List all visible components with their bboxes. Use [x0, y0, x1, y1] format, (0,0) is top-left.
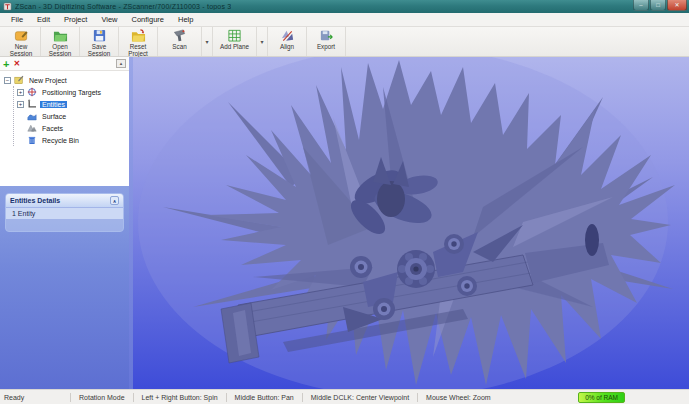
delete-item-button[interactable]: ✕: [13, 59, 20, 68]
maximize-button[interactable]: □: [650, 0, 666, 11]
tree-toolbar: + ✕ ▴: [0, 57, 129, 71]
reset-project-label: Reset Project: [120, 44, 156, 57]
minimize-button[interactable]: –: [633, 0, 649, 11]
scan-button[interactable]: Scan: [158, 27, 202, 56]
reset-project-button[interactable]: Reset Project: [119, 27, 158, 56]
memory-badge: 0% of RAM: [578, 392, 625, 403]
menu-bar: File Edit Project View Configure Help: [0, 13, 689, 27]
status-hint-center: Middle DCLK: Center Viewpoint: [303, 394, 417, 401]
entities-details-title: Entities Details: [10, 197, 60, 204]
pin-button[interactable]: ▴: [116, 59, 126, 68]
tree-item-facets[interactable]: Facets: [17, 122, 129, 134]
add-plane-button[interactable]: Add Plane: [213, 27, 257, 56]
status-ready: Ready: [4, 394, 70, 401]
export-button[interactable]: Export: [307, 27, 346, 56]
open-session-label: Open Session: [42, 44, 78, 57]
menu-item-configure[interactable]: Configure: [126, 14, 171, 25]
scan-label: Scan: [162, 44, 198, 51]
tree-children: + Positioning Targets + Entiti: [13, 86, 129, 146]
add-item-button[interactable]: +: [3, 59, 9, 69]
reset-project-icon: [131, 28, 146, 43]
status-bar: Ready Rotation Mode Left + Right Button:…: [0, 389, 689, 404]
details-area: Entities Details ∧ 1 Entity: [0, 186, 129, 389]
status-mode: Rotation Mode: [71, 394, 133, 401]
menu-item-edit[interactable]: Edit: [31, 14, 56, 25]
menu-item-view[interactable]: View: [95, 14, 123, 25]
surface-icon: [27, 111, 37, 121]
add-plane-label: Add Plane: [217, 44, 253, 51]
window-controls: – □ ✕: [633, 0, 687, 11]
entities-icon: [27, 99, 37, 109]
new-session-label: New Session: [3, 44, 39, 57]
new-session-button[interactable]: New Session: [2, 27, 41, 56]
project-tree: − New Project + Positioning Targe: [0, 71, 129, 186]
tree-label-positioning-targets[interactable]: Positioning Targets: [40, 89, 103, 96]
facets-icon: [27, 123, 37, 133]
application-window: ZScan - 3D Digitizing Software - ZScanne…: [0, 0, 689, 404]
expand-icon[interactable]: +: [17, 101, 24, 108]
entities-details-item[interactable]: 1 Entity: [6, 208, 123, 219]
open-session-button[interactable]: Open Session: [41, 27, 80, 56]
tree-label-surface[interactable]: Surface: [40, 113, 68, 120]
expand-icon[interactable]: +: [17, 89, 24, 96]
tree-label-facets[interactable]: Facets: [40, 125, 65, 132]
tree-root-new-project[interactable]: − New Project: [4, 74, 129, 86]
scanned-mesh: [133, 57, 689, 389]
tree-label-new-project[interactable]: New Project: [27, 77, 69, 84]
status-hint-zoom: Mouse Wheel: Zoom: [418, 394, 499, 401]
project-icon: [14, 75, 24, 85]
window-title: ZScan - 3D Digitizing Software - ZScanne…: [15, 3, 231, 10]
app-icon: [3, 2, 12, 11]
menu-item-project[interactable]: Project: [58, 14, 93, 25]
export-icon: [319, 28, 334, 43]
align-icon: [280, 28, 295, 43]
toolbar: New Session Open Session Save Session: [0, 27, 689, 57]
scan-dropdown-arrow[interactable]: ▾: [202, 27, 213, 56]
title-bar: ZScan - 3D Digitizing Software - ZScanne…: [0, 0, 689, 13]
main-area: + ✕ ▴ − New Project +: [0, 57, 689, 389]
tree-label-entities[interactable]: Entities: [40, 101, 67, 108]
add-plane-icon: [227, 28, 242, 43]
status-hint-pan: Middle Button: Pan: [227, 394, 302, 401]
scan-icon: [172, 28, 187, 43]
save-session-label: Save Session: [81, 44, 117, 57]
tree-item-positioning-targets[interactable]: + Positioning Targets: [17, 86, 129, 98]
align-button[interactable]: Align: [268, 27, 307, 56]
export-label: Export: [308, 44, 344, 51]
status-hint-spin: Left + Right Button: Spin: [134, 394, 226, 401]
menu-item-file[interactable]: File: [5, 14, 29, 25]
save-session-button[interactable]: Save Session: [80, 27, 119, 56]
entities-details-panel: Entities Details ∧ 1 Entity: [5, 193, 124, 232]
tree-item-entities[interactable]: + Entities: [17, 98, 129, 110]
tree-item-surface[interactable]: Surface: [17, 110, 129, 122]
add-plane-dropdown-arrow[interactable]: ▾: [257, 27, 268, 56]
close-button[interactable]: ✕: [667, 0, 687, 11]
positioning-targets-icon: [27, 87, 37, 97]
project-panel: + ✕ ▴ − New Project +: [0, 57, 129, 389]
align-label: Align: [269, 44, 305, 51]
viewport-3d[interactable]: [133, 57, 689, 389]
recycle-bin-icon: [27, 135, 37, 145]
menu-item-help[interactable]: Help: [172, 14, 199, 25]
save-session-icon: [92, 28, 107, 43]
tree-item-recycle-bin[interactable]: Recycle Bin: [17, 134, 129, 146]
expand-icon[interactable]: −: [4, 77, 11, 84]
collapse-button[interactable]: ∧: [110, 196, 119, 205]
entities-details-header: Entities Details ∧: [6, 194, 123, 207]
tree-label-recycle-bin[interactable]: Recycle Bin: [40, 137, 81, 144]
open-session-icon: [53, 28, 68, 43]
new-session-icon: [14, 28, 29, 43]
